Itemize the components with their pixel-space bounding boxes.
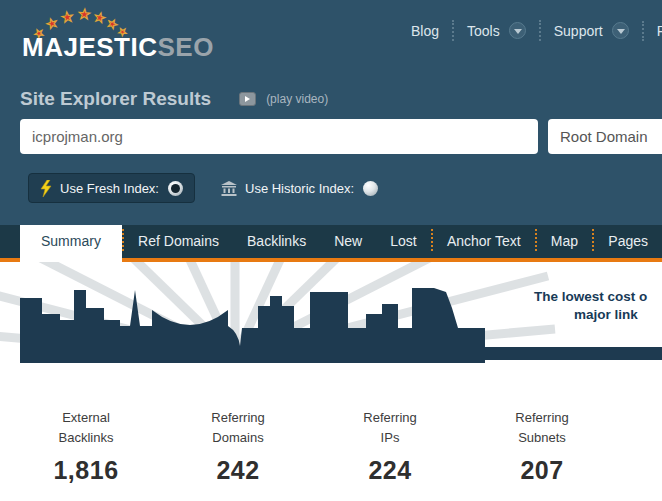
nav-item-support[interactable]: Support — [539, 20, 642, 41]
page-title: Site Explorer Results — [20, 88, 211, 110]
stat-referring-subnets: Referring Subnets 207 — [466, 408, 618, 485]
tab-map[interactable]: Map — [537, 225, 592, 258]
nav-label: Blog — [411, 23, 439, 39]
city-skyline-graphic — [0, 262, 662, 375]
nav-label: Support — [554, 23, 603, 39]
tab-anchor-text[interactable]: Anchor Text — [433, 225, 535, 258]
stat-label: External Backlinks — [10, 408, 162, 447]
stat-external-backlinks: External Backlinks 1,816 — [10, 408, 162, 485]
nav-item-tools[interactable]: Tools — [452, 20, 539, 41]
star-icon: ★ — [44, 16, 59, 32]
stat-referring-ips: Referring IPs 224 — [314, 408, 466, 485]
chevron-down-icon — [612, 22, 629, 39]
nav-label: Tools — [467, 23, 500, 39]
use-historic-index-option[interactable]: Use Historic Index: — [221, 181, 378, 196]
stat-value: 242 — [162, 456, 314, 485]
stat-label: Referring Domains — [162, 408, 314, 447]
tab-lost[interactable]: Lost — [376, 225, 430, 258]
banner-text-line1: The lowest cost o — [534, 289, 647, 304]
promo-banner[interactable]: The lowest cost o major link — [0, 262, 662, 375]
nav-label: Pla — [657, 23, 662, 39]
play-video-link[interactable]: (play video) — [266, 92, 328, 106]
nav-item-plans[interactable]: Pla — [642, 21, 662, 41]
use-fresh-index-option[interactable]: Use Fresh Index: — [28, 173, 195, 203]
stat-value: 207 — [466, 456, 618, 485]
stat-label: Referring Subnets — [466, 408, 618, 447]
site-search-input[interactable] — [20, 119, 538, 154]
banner-text-line2: major link — [574, 307, 638, 322]
tab-new[interactable]: New — [320, 225, 376, 258]
title-row: Site Explorer Results (play video) — [20, 88, 328, 110]
fresh-index-radio[interactable] — [168, 181, 183, 196]
summary-stats: External Backlinks 1,816 Referring Domai… — [0, 375, 662, 485]
majestic-seo-logo[interactable]: ★ ★ ★ ★ ★ ★ ★ MAJESTICSEO — [20, 6, 240, 66]
stat-value: 224 — [314, 456, 466, 485]
search-row: Root Domain — [20, 119, 662, 154]
stat-value: 1,816 — [10, 456, 162, 485]
historic-index-label: Use Historic Index: — [245, 181, 354, 196]
tab-backlinks[interactable]: Backlinks — [233, 225, 320, 258]
stat-referring-domains: Referring Domains 242 — [162, 408, 314, 485]
top-navigation: Blog Tools Support Pla — [398, 20, 662, 41]
play-video-icon[interactable] — [239, 92, 256, 106]
chevron-down-icon — [509, 22, 526, 39]
star-icon: ★ — [60, 9, 74, 25]
tab-ref-domains[interactable]: Ref Domains — [124, 225, 233, 258]
stat-label: Referring IPs — [314, 408, 466, 447]
bank-icon — [221, 181, 237, 196]
tab-bar: Summary Ref Domains Backlinks New Lost A… — [0, 225, 662, 262]
index-toggles: Use Fresh Index: Use Historic Index: — [28, 173, 378, 203]
nav-item-blog[interactable]: Blog — [398, 21, 452, 41]
scope-dropdown[interactable]: Root Domain — [548, 119, 662, 154]
brand-primary: MAJESTIC — [22, 32, 157, 62]
lightning-icon — [40, 180, 52, 197]
tab-summary[interactable]: Summary — [20, 225, 122, 262]
star-icon: ★ — [93, 10, 107, 25]
tab-pages[interactable]: Pages — [594, 225, 662, 258]
historic-index-radio[interactable] — [363, 181, 378, 196]
logo-text: MAJESTICSEO — [22, 32, 214, 63]
header: ★ ★ ★ ★ ★ ★ ★ MAJESTICSEO Blog Tools Sup… — [0, 0, 662, 225]
fresh-index-label: Use Fresh Index: — [60, 181, 159, 196]
brand-secondary: SEO — [157, 32, 213, 62]
star-icon: ★ — [78, 7, 92, 22]
